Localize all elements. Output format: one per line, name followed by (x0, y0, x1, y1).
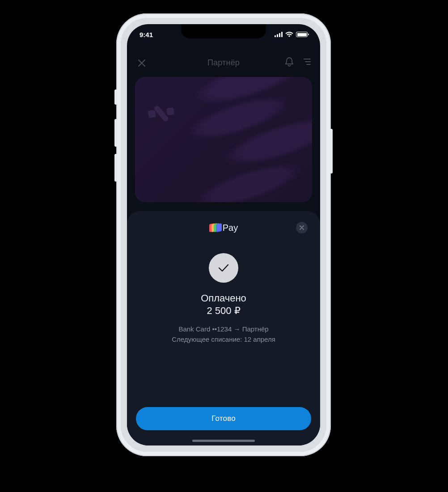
close-icon[interactable] (137, 58, 147, 68)
silence-switch (114, 89, 117, 105)
power-button (330, 129, 333, 174)
wifi-icon (285, 32, 293, 37)
done-button[interactable]: Готово (136, 407, 311, 430)
next-charge-line: Следующее списание: 12 апреля (136, 334, 311, 344)
payment-amount: 2 500 ₽ (136, 305, 311, 317)
pay-logo: Pay (209, 223, 238, 233)
percent-icon (146, 93, 175, 123)
svg-rect-2 (279, 33, 280, 37)
home-indicator[interactable] (192, 440, 255, 442)
app-bar: Партнёр (127, 50, 320, 75)
status-time: 9:41 (139, 31, 153, 38)
pay-brand-text: Pay (223, 223, 238, 233)
success-check-icon (209, 253, 238, 283)
wallet-icon (209, 223, 219, 233)
page-title: Партнёр (207, 58, 240, 68)
payment-status-title: Оплачено (136, 293, 311, 304)
menu-icon[interactable] (301, 58, 311, 68)
svg-rect-0 (275, 35, 276, 37)
svg-rect-1 (277, 34, 278, 38)
volume-down-button (114, 154, 117, 182)
sheet-close-button[interactable] (296, 222, 308, 233)
bell-icon[interactable] (284, 56, 294, 69)
transfer-line: Bank Card ••1234 → Партнёр (136, 324, 311, 334)
partner-card (135, 77, 312, 202)
volume-up-button (114, 119, 117, 147)
screen: 9:41 Партнёр (127, 24, 320, 445)
cellular-signal-icon (275, 32, 283, 37)
battery-icon (296, 32, 308, 37)
phone-frame: 9:41 Партнёр (116, 13, 331, 456)
svg-rect-3 (281, 32, 283, 37)
notch (181, 24, 266, 38)
payment-sheet: Pay Оплачено 2 500 ₽ Bank Card ••1234 → … (127, 211, 320, 445)
